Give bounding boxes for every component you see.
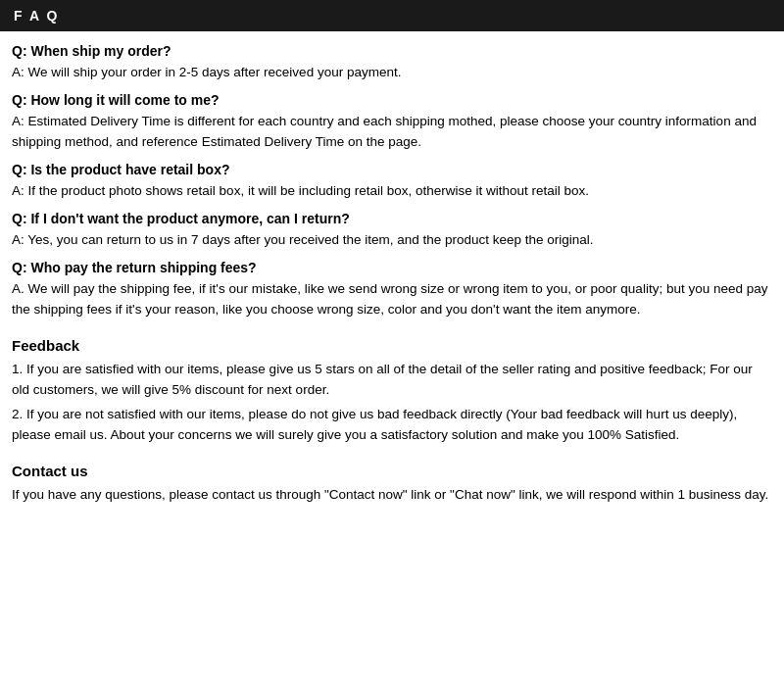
faq-answer-2: A: Estimated Delivery Time is different …: [12, 112, 772, 152]
faq-header-bar: F A Q: [0, 0, 784, 31]
content-area: Q: When ship my order? A: We will ship y…: [0, 43, 784, 517]
faq-answer-3: A: If the product photo shows retail box…: [12, 181, 772, 201]
faq-item-2: Q: How long it will come to me? A: Estim…: [12, 92, 772, 152]
faq-item-4: Q: If I don't want the product anymore, …: [12, 211, 772, 250]
faq-answer-4: A: Yes, you can return to us in 7 days a…: [12, 230, 772, 250]
faq-section: Q: When ship my order? A: We will ship y…: [12, 43, 772, 319]
faq-header-label: F A Q: [14, 8, 59, 24]
contact-title: Contact us: [12, 463, 772, 479]
faq-question-4: Q: If I don't want the product anymore, …: [12, 211, 772, 226]
faq-item-5: Q: Who pay the return shipping fees? A. …: [12, 260, 772, 319]
feedback-item-1: 1. If you are satisfied with our items, …: [12, 360, 772, 401]
faq-question-3: Q: Is the product have retail box?: [12, 162, 772, 177]
faq-question-5: Q: Who pay the return shipping fees?: [12, 260, 772, 275]
faq-question-2: Q: How long it will come to me?: [12, 92, 772, 108]
faq-question-1: Q: When ship my order?: [12, 43, 772, 59]
faq-item-1: Q: When ship my order? A: We will ship y…: [12, 43, 772, 82]
faq-answer-5: A. We will pay the shipping fee, if it's…: [12, 279, 772, 319]
contact-text: If you have any questions, please contac…: [12, 485, 772, 506]
feedback-item-2: 2. If you are not satisfied with our ite…: [12, 405, 772, 446]
feedback-title: Feedback: [12, 337, 772, 354]
faq-item-3: Q: Is the product have retail box? A: If…: [12, 162, 772, 201]
feedback-section: Feedback 1. If you are satisfied with ou…: [12, 337, 772, 446]
faq-answer-1: A: We will ship your order in 2-5 days a…: [12, 63, 772, 82]
contact-section: Contact us If you have any questions, pl…: [12, 463, 772, 506]
